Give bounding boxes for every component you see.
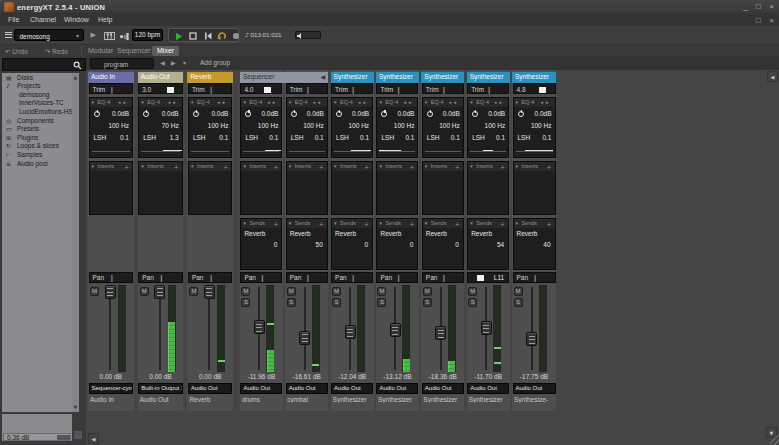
send-level-value[interactable]: 0 bbox=[455, 241, 459, 248]
mute-button[interactable]: M bbox=[514, 287, 523, 296]
add-insert-icon[interactable]: + bbox=[124, 163, 129, 170]
inserts-header[interactable]: ▾Inserts+ bbox=[241, 162, 281, 171]
inserts-header[interactable]: ▾Inserts+ bbox=[377, 162, 417, 171]
eq-q-value[interactable]: 0.1 bbox=[542, 134, 551, 141]
eq-header[interactable]: ▾EQ-4◂▸ bbox=[139, 98, 182, 107]
eq-q-value[interactable]: 0.1 bbox=[315, 134, 324, 141]
tree-item-components[interactable]: ◎Components bbox=[17, 117, 54, 124]
pan-handle[interactable] bbox=[477, 275, 484, 281]
send-level-value[interactable]: 54 bbox=[497, 241, 504, 248]
channel-name[interactable]: Synthesizer bbox=[378, 396, 419, 403]
tree-item-plugins[interactable]: ⊞Plugins bbox=[17, 134, 38, 141]
eq-gain-value[interactable]: 0.0dB bbox=[443, 110, 460, 117]
sends-header[interactable]: ▾Sends+ bbox=[287, 219, 327, 228]
tab-modular[interactable]: Modular bbox=[88, 46, 113, 56]
send-level-value[interactable]: 0 bbox=[364, 241, 368, 248]
hamburger-menu-icon[interactable] bbox=[5, 32, 12, 39]
inserts-header[interactable]: ▾Inserts+ bbox=[139, 162, 182, 171]
inserts-header[interactable]: ▾Inserts+ bbox=[332, 162, 372, 171]
send-slot-name[interactable]: Reverb bbox=[335, 230, 356, 237]
fader-handle[interactable] bbox=[345, 325, 356, 339]
eq-gain-value[interactable]: 0.0dB bbox=[397, 110, 414, 117]
eq-gain-value[interactable]: 0.0dB bbox=[307, 110, 324, 117]
eq-q-value[interactable]: 1.3 bbox=[170, 134, 179, 141]
fader-track[interactable] bbox=[109, 287, 111, 370]
output-routing[interactable]: Audio Out bbox=[467, 383, 509, 394]
audio-levels-icon[interactable] bbox=[120, 32, 129, 40]
solo-button[interactable]: S bbox=[241, 298, 250, 307]
eq-gain-value[interactable]: 0.0dB bbox=[488, 110, 505, 117]
sends-header[interactable]: ▾Sends+ bbox=[332, 219, 372, 228]
rewind-button[interactable] bbox=[204, 32, 214, 42]
sidebar-corner-button[interactable] bbox=[74, 431, 82, 439]
sends-header[interactable]: ▾Sends+ bbox=[423, 219, 463, 228]
send-slot-name[interactable]: Reverb bbox=[290, 230, 311, 237]
add-send-icon[interactable]: + bbox=[546, 220, 551, 227]
trim-box[interactable]: Trim| bbox=[286, 83, 328, 94]
eq-band-nav[interactable]: ◂▸ bbox=[313, 99, 324, 105]
menu-window[interactable]: Window bbox=[64, 16, 89, 23]
add-insert-icon[interactable]: + bbox=[500, 163, 505, 170]
eq-band-nav[interactable]: ◂▸ bbox=[168, 99, 179, 105]
time-display[interactable]: 013:01:021 bbox=[251, 31, 282, 38]
pan-box[interactable]: Pan| bbox=[188, 272, 233, 284]
mute-button[interactable]: M bbox=[468, 287, 477, 296]
fader-handle[interactable] bbox=[105, 285, 116, 299]
eq-gain-value[interactable]: 0.0dB bbox=[535, 110, 552, 117]
solo-button[interactable]: S bbox=[468, 298, 477, 307]
eq-freq-value[interactable]: 100 Hz bbox=[108, 122, 129, 129]
eq-gain-value[interactable]: 0.0dB bbox=[211, 110, 228, 117]
mdi-close-button[interactable]: × bbox=[766, 16, 777, 25]
eq-header[interactable]: ▾EQ-4◂▸ bbox=[514, 98, 555, 107]
loop-button[interactable] bbox=[217, 31, 227, 41]
add-group-button[interactable]: Add group bbox=[200, 59, 230, 66]
program-next-icon[interactable]: ▶ bbox=[171, 59, 176, 66]
channel-name[interactable]: Synthesizer bbox=[469, 396, 510, 403]
eq-band-nav[interactable]: ◂▸ bbox=[358, 99, 369, 105]
channel-name[interactable]: Audio Out bbox=[140, 396, 184, 403]
restore-button[interactable]: □ bbox=[753, 2, 764, 11]
eq-type-value[interactable]: LSH bbox=[291, 134, 304, 141]
search-input[interactable] bbox=[2, 58, 86, 71]
fader-db-value[interactable]: -17.75 dB bbox=[512, 373, 556, 380]
program-dropdown-icon[interactable]: ▾ bbox=[183, 59, 186, 66]
eq-header[interactable]: ▾EQ-4◂▸ bbox=[468, 98, 508, 107]
eq-header[interactable]: ▾EQ-4◂▸ bbox=[377, 98, 417, 107]
tree-item-presets[interactable]: ▭Presets bbox=[17, 125, 39, 132]
add-insert-icon[interactable]: + bbox=[174, 163, 179, 170]
program-prev-icon[interactable]: ◀ bbox=[160, 59, 165, 66]
song-selector[interactable]: demosong ▾ bbox=[14, 29, 85, 41]
pan-box[interactable]: Pan| bbox=[376, 272, 418, 284]
close-button[interactable]: × bbox=[766, 2, 777, 11]
channel-header[interactable]: Reverb bbox=[187, 72, 233, 83]
fader-handle[interactable] bbox=[390, 323, 401, 337]
add-send-icon[interactable]: + bbox=[319, 220, 324, 227]
pan-box[interactable]: Pan| bbox=[89, 272, 134, 284]
power-icon[interactable] bbox=[193, 111, 199, 117]
channel-name[interactable]: Audio In bbox=[90, 396, 134, 403]
scroll-down-icon[interactable]: ▼ bbox=[72, 404, 79, 411]
eq-q-value[interactable]: 0.1 bbox=[219, 134, 228, 141]
channel-name[interactable]: cymbal bbox=[287, 396, 328, 403]
add-insert-icon[interactable]: + bbox=[364, 163, 369, 170]
scroll-up-icon[interactable]: ▲ bbox=[72, 74, 79, 81]
pan-box[interactable]: L11 bbox=[467, 272, 509, 284]
eq-gain-value[interactable]: 0.0dB bbox=[261, 110, 278, 117]
eq-type-value[interactable]: LSH bbox=[193, 134, 206, 141]
solo-button[interactable]: S bbox=[514, 298, 523, 307]
mute-button[interactable]: M bbox=[241, 287, 250, 296]
power-icon[interactable] bbox=[94, 111, 100, 117]
solo-button[interactable]: S bbox=[332, 298, 341, 307]
eq-freq-value[interactable]: 100 Hz bbox=[258, 122, 279, 129]
pan-box[interactable]: Pan| bbox=[331, 272, 373, 284]
power-icon[interactable] bbox=[518, 111, 524, 117]
tree-item-innervoices-tc[interactable]: InnerVoices-TC bbox=[19, 99, 64, 106]
channel-name[interactable]: drums bbox=[242, 396, 283, 403]
stop-button[interactable] bbox=[189, 32, 199, 42]
fader-handle[interactable] bbox=[204, 285, 215, 299]
eq-header[interactable]: ▾EQ-4◂▸ bbox=[332, 98, 372, 107]
add-insert-icon[interactable]: + bbox=[273, 163, 278, 170]
trim-box[interactable]: Trim| bbox=[331, 83, 373, 94]
resize-grip[interactable] bbox=[768, 434, 779, 445]
mute-button[interactable]: M bbox=[90, 287, 99, 296]
